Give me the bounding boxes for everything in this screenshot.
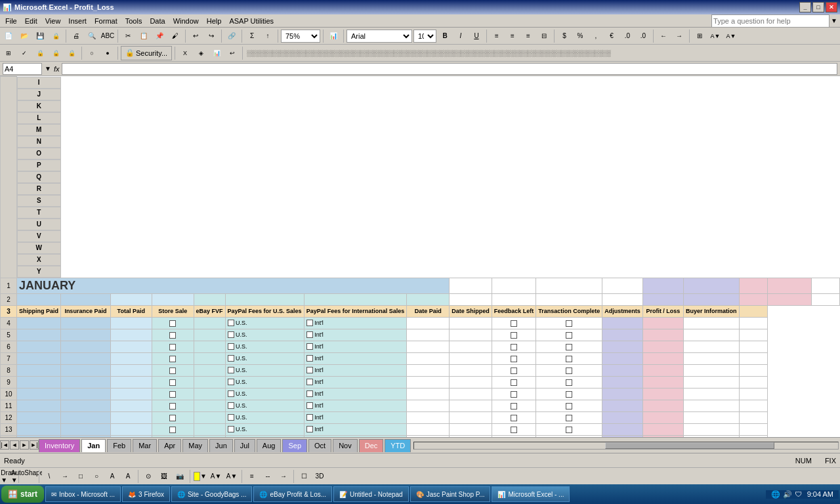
cell-p13[interactable] bbox=[407, 423, 450, 435]
cell-w1[interactable] bbox=[739, 278, 767, 293]
cell-k9[interactable] bbox=[110, 376, 152, 388]
tab-first-btn[interactable]: |◄ bbox=[0, 440, 9, 450]
fill-color-btn[interactable]: A▼ bbox=[708, 29, 723, 43]
cell-i9[interactable] bbox=[17, 376, 61, 388]
cb-r4[interactable] bbox=[511, 320, 517, 327]
cb-s8[interactable] bbox=[566, 368, 572, 374]
cell-s9[interactable] bbox=[536, 376, 602, 388]
cell-j11[interactable] bbox=[61, 400, 111, 411]
undo-btn[interactable]: ↩ bbox=[188, 29, 203, 43]
cell-t2[interactable] bbox=[602, 293, 643, 305]
cb-n4[interactable] bbox=[228, 320, 234, 326]
cell-r1[interactable] bbox=[492, 278, 536, 293]
cell-r11[interactable] bbox=[492, 400, 536, 411]
cell-w7[interactable] bbox=[739, 352, 767, 364]
start-button[interactable]: 🪟 start bbox=[1, 486, 44, 503]
cell-s13[interactable] bbox=[536, 423, 602, 435]
cell-l13[interactable] bbox=[152, 423, 194, 435]
cell-v2[interactable] bbox=[683, 293, 739, 305]
col-header-u[interactable]: U bbox=[17, 219, 61, 230]
cell-n4[interactable]: U.S. bbox=[225, 317, 304, 329]
cell-i10[interactable] bbox=[17, 388, 61, 400]
cell-r9[interactable] bbox=[492, 376, 536, 388]
col-header-y[interactable]: Y bbox=[17, 266, 61, 278]
bold-btn[interactable]: B bbox=[438, 29, 452, 43]
cell-p5[interactable] bbox=[407, 329, 450, 341]
currency-btn[interactable]: $ bbox=[557, 29, 572, 43]
cell-p11[interactable] bbox=[407, 400, 450, 411]
cell-y1[interactable] bbox=[811, 278, 839, 293]
cell-i11[interactable] bbox=[17, 400, 61, 411]
taskbar-inbox[interactable]: ✉ Inbox - Microsoft ... bbox=[45, 486, 121, 502]
cell-m5[interactable] bbox=[194, 329, 225, 341]
cell-u6[interactable] bbox=[642, 341, 683, 352]
wordart-tool[interactable]: A bbox=[121, 469, 135, 484]
cell-r4[interactable] bbox=[492, 317, 536, 329]
autoshapes-btn[interactable]: AutoShapes ▼ bbox=[22, 469, 36, 484]
picture-btn[interactable]: 📷 bbox=[173, 469, 187, 484]
menu-asap[interactable]: ASAP Utilities bbox=[225, 16, 278, 26]
taskbar-firefox[interactable]: 🦊 3 Firefox bbox=[122, 486, 170, 502]
cell-j13[interactable] bbox=[61, 423, 111, 435]
chart-btn[interactable]: 📊 bbox=[326, 29, 341, 43]
cell-p8[interactable] bbox=[407, 364, 450, 376]
cell-n10[interactable]: U.S. bbox=[225, 388, 304, 400]
menu-data[interactable]: Data bbox=[146, 16, 169, 26]
tb2-extra4[interactable]: ↩ bbox=[225, 46, 240, 60]
cell-k11[interactable] bbox=[110, 400, 152, 411]
cell-o6[interactable]: Int'l bbox=[304, 341, 407, 352]
cell-n7[interactable]: U.S. bbox=[225, 352, 304, 364]
checkbox-l6[interactable] bbox=[169, 344, 176, 350]
cell-w12[interactable] bbox=[739, 411, 767, 423]
checkbox-l5[interactable] bbox=[169, 332, 176, 339]
tab-oct[interactable]: Oct bbox=[308, 439, 331, 452]
cell-i13[interactable] bbox=[17, 423, 61, 435]
cell-s12[interactable] bbox=[536, 411, 602, 423]
col-header-i[interactable]: I bbox=[17, 77, 61, 89]
cell-u2[interactable] bbox=[642, 293, 683, 305]
cell-l5[interactable] bbox=[152, 329, 194, 341]
cell-y2[interactable] bbox=[811, 293, 839, 305]
cell-o7[interactable]: Int'l bbox=[304, 352, 407, 364]
cb-s5[interactable] bbox=[566, 332, 572, 339]
cb-r10[interactable] bbox=[511, 391, 517, 398]
cell-i4[interactable] bbox=[17, 317, 61, 329]
print-preview-btn[interactable]: 🔍 bbox=[85, 29, 99, 43]
3d-btn[interactable]: 3D bbox=[312, 469, 327, 484]
tab-ytd[interactable]: YTD bbox=[385, 439, 411, 452]
cell-q4[interactable] bbox=[450, 317, 492, 329]
cell-o9[interactable]: Int'l bbox=[304, 376, 407, 388]
cell-r12[interactable] bbox=[492, 411, 536, 423]
fill-color-draw[interactable]: ▼ bbox=[193, 469, 207, 484]
cell-o13[interactable]: Int'l bbox=[304, 423, 407, 435]
arrow-tool[interactable]: → bbox=[58, 469, 72, 484]
cell-l9[interactable] bbox=[152, 376, 194, 388]
tab-may[interactable]: May bbox=[182, 439, 208, 452]
cell-u9[interactable] bbox=[642, 376, 683, 388]
col-header-s[interactable]: S bbox=[17, 195, 61, 207]
cell-w2[interactable] bbox=[739, 293, 767, 305]
sort-asc-btn[interactable]: ↑ bbox=[261, 29, 275, 43]
cell-k12[interactable] bbox=[110, 411, 152, 423]
print-btn[interactable]: 🖨 bbox=[69, 29, 83, 43]
menu-format[interactable]: Format bbox=[91, 16, 121, 26]
cb-n9[interactable] bbox=[228, 379, 234, 385]
cell-r6[interactable] bbox=[492, 341, 536, 352]
line-tool[interactable]: \ bbox=[42, 469, 56, 484]
redo-btn[interactable]: ↪ bbox=[204, 29, 219, 43]
menu-edit[interactable]: Edit bbox=[21, 16, 41, 26]
cb-r6[interactable] bbox=[511, 344, 517, 350]
save-btn[interactable]: 💾 bbox=[33, 29, 47, 43]
tab-aug[interactable]: Aug bbox=[257, 439, 282, 452]
cb-s6[interactable] bbox=[566, 344, 572, 350]
taskbar-notepad[interactable]: 📝 Untitled - Notepad bbox=[333, 486, 409, 502]
hyperlink-btn[interactable]: 🔗 bbox=[224, 29, 239, 43]
cell-j8[interactable] bbox=[61, 364, 111, 376]
cell-n2[interactable] bbox=[225, 293, 304, 305]
cell-k6[interactable] bbox=[110, 341, 152, 352]
cell-w8[interactable] bbox=[739, 364, 767, 376]
cell-l2[interactable] bbox=[152, 293, 194, 305]
cell-v11[interactable] bbox=[683, 400, 739, 411]
comma-btn[interactable]: , bbox=[589, 29, 603, 43]
cell-o11[interactable]: Int'l bbox=[304, 400, 407, 411]
